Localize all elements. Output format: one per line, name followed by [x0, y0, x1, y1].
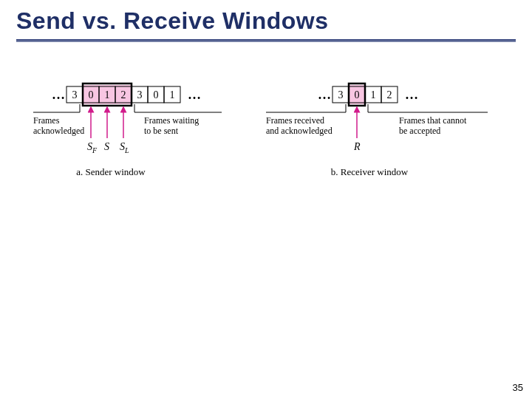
cell: 2	[381, 86, 398, 103]
ellipsis-icon: …	[405, 87, 418, 102]
cell: 1	[365, 86, 381, 103]
windows-diagram: … 3 0 1 2 3 0 1 … Frames acknowledged	[30, 72, 502, 219]
frames-received-label: and acknowledged	[266, 126, 332, 136]
cell-label: 2	[387, 89, 392, 100]
cell: 0	[148, 86, 164, 103]
ellipsis-icon: …	[52, 87, 65, 102]
cell-label: 2	[121, 89, 126, 100]
frames-received-label: Frames received	[266, 115, 324, 126]
title-block: Send vs. Receive Windows	[0, 0, 532, 42]
ellipsis-icon: …	[188, 87, 201, 102]
cell-label: 1	[105, 89, 110, 100]
cell-label: 1	[371, 89, 376, 100]
cell-label: 0	[89, 89, 94, 100]
receiver-caption: b. Receiver window	[331, 166, 409, 177]
pointer-r-label: R	[353, 141, 361, 152]
title-underline	[16, 39, 516, 42]
sender-cells: 3 0 1 2 3 0 1	[66, 83, 180, 106]
frames-acknowledged-label: Frames	[33, 115, 60, 126]
cell-label: 3	[137, 89, 143, 100]
cell-label: 0	[154, 89, 159, 100]
cell-label: 3	[72, 89, 78, 100]
cell-label: 3	[338, 89, 344, 100]
pointer-sf-label: SF	[87, 141, 98, 154]
receiver-group: … 3 0 1 2 … Frames received and acknowle…	[266, 83, 488, 177]
cell-label: 0	[355, 89, 360, 100]
cell: 1	[164, 86, 180, 103]
cell: 3	[332, 86, 349, 103]
cell-label: 1	[170, 89, 175, 100]
receiver-cells: 3 0 1 2	[332, 83, 398, 106]
frames-waiting-label: to be sent	[144, 126, 179, 136]
sender-group: … 3 0 1 2 3 0 1 … Frames acknowledged	[33, 83, 222, 177]
cell: 3	[66, 86, 83, 103]
sender-caption: a. Sender window	[76, 166, 146, 177]
frames-cannot-accept-label: Frames that cannot	[399, 115, 467, 126]
frames-waiting-label: Frames waiting	[144, 115, 199, 126]
slide-title: Send vs. Receive Windows	[16, 7, 516, 35]
frames-acknowledged-label: acknowledged	[33, 126, 84, 136]
ellipsis-icon: …	[318, 87, 331, 102]
pointer-sl-label: SL	[120, 141, 129, 154]
frames-cannot-accept-label: be accepted	[399, 126, 440, 136]
cell: 3	[132, 86, 148, 103]
page-number: 35	[513, 382, 523, 393]
pointer-s-label: S	[104, 141, 109, 152]
